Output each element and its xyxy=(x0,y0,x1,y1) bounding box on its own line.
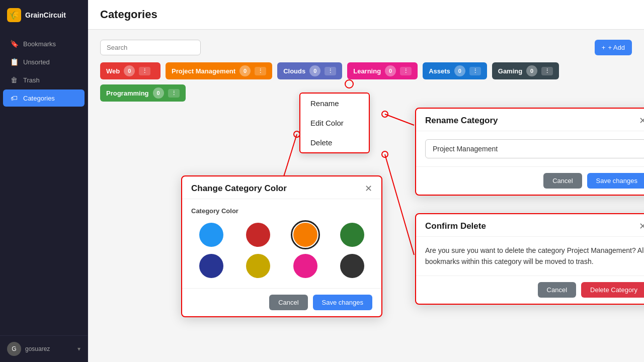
rename-modal-header: Rename Category ✕ xyxy=(416,109,644,131)
chip-count-clouds: 0 xyxy=(309,65,320,76)
sidebar-item-trash[interactable]: 🗑 Trash xyxy=(3,71,85,88)
color-label: Category Color xyxy=(191,207,372,215)
add-button[interactable]: + + Add xyxy=(595,40,632,55)
color-modal-body: Category Color xyxy=(182,199,381,288)
color-modal-header: Change Category Color ✕ xyxy=(182,176,381,199)
categories-icon: 🏷 xyxy=(10,94,18,102)
chip-label-gaming: Gaming xyxy=(498,67,522,75)
chip-options-assets[interactable]: ⋮ xyxy=(469,67,481,75)
sidebar: 🌾 GrainCircuit 🔖 Bookmarks📋 Unsorted🗑 Tr… xyxy=(0,0,88,362)
category-chip-learning[interactable]: Learning 0 ⋮ xyxy=(347,62,418,79)
svg-point-4 xyxy=(382,151,388,157)
chip-count-gaming: 0 xyxy=(526,65,537,76)
delete-cancel-button[interactable]: Cancel xyxy=(538,282,576,298)
context-edit-color[interactable]: Edit Color xyxy=(300,113,369,133)
delete-modal-close[interactable]: ✕ xyxy=(639,222,644,231)
unsorted-icon: 📋 xyxy=(10,58,18,66)
sidebar-item-categories[interactable]: 🏷 Categories xyxy=(3,89,85,107)
color-dot-pink[interactable] xyxy=(293,254,317,278)
chip-count-project-management: 0 xyxy=(239,65,251,76)
category-chip-programming[interactable]: Programming 0 ⋮ xyxy=(100,84,186,102)
app-logo: 🌾 GrainCircuit xyxy=(0,0,88,30)
chip-label-learning: Learning xyxy=(353,67,381,75)
chip-count-programming: 0 xyxy=(153,87,164,99)
logo-icon: 🌾 xyxy=(7,8,21,22)
sidebar-item-unsorted[interactable]: 📋 Unsorted xyxy=(3,53,85,70)
chevron-down-icon: ▾ xyxy=(77,345,80,352)
rename-save-button[interactable]: Save changes xyxy=(587,173,644,189)
app-name: GrainCircuit xyxy=(25,11,66,19)
chip-options-clouds[interactable]: ⋮ xyxy=(325,67,336,75)
chip-count-assets: 0 xyxy=(454,65,465,76)
color-cancel-button[interactable]: Cancel xyxy=(269,295,307,310)
delete-confirm-button[interactable]: Delete Category xyxy=(581,282,644,298)
delete-modal-footer: Cancel Delete Category xyxy=(416,276,644,304)
rename-modal-body xyxy=(416,131,644,166)
chip-options-gaming[interactable]: ⋮ xyxy=(541,67,553,75)
color-save-button[interactable]: Save changes xyxy=(313,295,372,310)
sidebar-label-unsorted: Unsorted xyxy=(23,58,50,66)
sidebar-nav: 🔖 Bookmarks📋 Unsorted🗑 Trash🏷 Categories xyxy=(0,30,88,335)
color-grid xyxy=(191,221,372,280)
rename-input[interactable] xyxy=(425,139,644,158)
sidebar-label-trash: Trash xyxy=(23,76,40,84)
chip-label-assets: Assets xyxy=(429,67,450,75)
chip-options-learning[interactable]: ⋮ xyxy=(400,67,412,75)
page-title: Categories xyxy=(100,8,157,21)
color-dot-dark-blue[interactable] xyxy=(199,254,223,278)
bookmarks-icon: 🔖 xyxy=(10,40,18,48)
sidebar-item-bookmarks[interactable]: 🔖 Bookmarks xyxy=(3,35,85,52)
main-header: Categories xyxy=(88,0,644,30)
context-rename[interactable]: Rename xyxy=(300,94,369,113)
add-label: + Add xyxy=(608,44,625,51)
username: gosuarez xyxy=(25,345,50,352)
color-modal: Change Category Color ✕ Category Color C… xyxy=(181,175,382,317)
svg-line-0 xyxy=(385,114,414,125)
category-chip-assets[interactable]: Assets 0 ⋮ xyxy=(423,62,487,79)
rename-modal-footer: Cancel Save changes xyxy=(416,166,644,195)
rename-modal-title: Rename Category xyxy=(425,116,498,126)
sidebar-label-categories: Categories xyxy=(23,95,55,102)
chip-label-programming: Programming xyxy=(106,89,149,97)
top-bar: + + Add xyxy=(100,40,632,55)
color-dot-blue[interactable] xyxy=(199,223,223,247)
main-content: Categories + + Add Web 0 ⋮Project Manage… xyxy=(88,0,644,362)
chip-count-learning: 0 xyxy=(385,65,396,76)
delete-modal-header: Confirm Delete ✕ xyxy=(416,214,644,237)
chip-options-web[interactable]: ⋮ xyxy=(139,67,150,75)
search-input[interactable] xyxy=(100,40,201,55)
rename-cancel-button[interactable]: Cancel xyxy=(543,173,582,189)
context-menu: Rename Edit Color Delete xyxy=(299,93,370,153)
svg-point-3 xyxy=(382,111,388,117)
color-dot-green[interactable] xyxy=(340,223,364,247)
color-dot-orange[interactable] xyxy=(293,223,317,247)
chip-count-web: 0 xyxy=(124,65,135,76)
user-menu[interactable]: G gosuarez ▾ xyxy=(0,335,88,362)
svg-line-2 xyxy=(385,154,414,255)
color-dot-red[interactable] xyxy=(246,223,270,247)
svg-line-1 xyxy=(283,134,297,178)
sidebar-label-bookmarks: Bookmarks xyxy=(23,40,56,48)
category-chip-project-management[interactable]: Project Management 0 ⋮ xyxy=(166,62,272,79)
delete-modal-body: Are you sure you want to delete the cate… xyxy=(416,237,644,276)
chip-label-web: Web xyxy=(106,67,120,75)
category-chip-web[interactable]: Web 0 ⋮ xyxy=(100,62,160,79)
category-chip-gaming[interactable]: Gaming 0 ⋮ xyxy=(492,62,559,79)
color-modal-title: Change Category Color xyxy=(191,184,287,194)
main-body: + + Add Web 0 ⋮Project Management 0 ⋮Clo… xyxy=(88,30,644,362)
chip-options-project-management[interactable]: ⋮ xyxy=(255,67,266,75)
chip-label-clouds: Clouds xyxy=(283,67,305,75)
trash-icon: 🗑 xyxy=(10,76,18,84)
context-delete[interactable]: Delete xyxy=(300,133,369,152)
color-modal-close[interactable]: ✕ xyxy=(365,184,372,193)
color-modal-footer: Cancel Save changes xyxy=(182,288,381,316)
color-dot-black[interactable] xyxy=(340,254,364,278)
rename-modal: Rename Category ✕ Cancel Save changes xyxy=(415,108,644,196)
delete-modal-title: Confirm Delete xyxy=(425,221,486,231)
category-chip-clouds[interactable]: Clouds 0 ⋮ xyxy=(277,62,342,79)
rename-modal-close[interactable]: ✕ xyxy=(639,116,644,125)
chip-label-project-management: Project Management xyxy=(172,67,235,75)
chip-options-programming[interactable]: ⋮ xyxy=(168,89,180,98)
color-dot-yellow[interactable] xyxy=(246,254,270,278)
delete-modal: Confirm Delete ✕ Are you sure you want t… xyxy=(415,213,644,305)
